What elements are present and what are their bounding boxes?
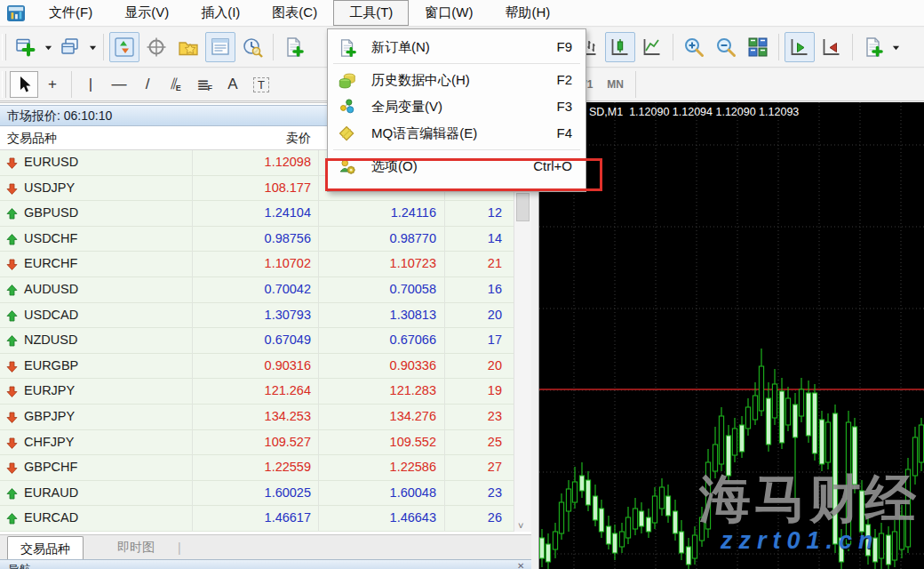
tile-windows-icon[interactable] bbox=[743, 32, 773, 62]
quote-row-usdcad[interactable]: USDCAD1.307931.3081320 bbox=[0, 303, 514, 329]
bid-price: 1.46617 bbox=[192, 510, 311, 525]
chart-ohlc-header: SD,M1 1.12090 1.12094 1.12090 1.12093 bbox=[589, 106, 799, 118]
menubar-item[interactable]: 窗口(W) bbox=[409, 0, 489, 26]
new-order-icon[interactable] bbox=[279, 32, 309, 62]
scroll-down-icon[interactable]: ˅ bbox=[518, 520, 523, 531]
arrow-up-icon bbox=[6, 310, 18, 325]
text-tool[interactable]: A bbox=[219, 71, 247, 98]
caret-down-icon[interactable] bbox=[42, 32, 54, 62]
arrow-down-icon bbox=[6, 361, 18, 375]
column-header-bid[interactable]: 卖价 bbox=[192, 131, 311, 147]
bid-price: 121.264 bbox=[192, 383, 311, 397]
new-chart-icon[interactable] bbox=[11, 32, 41, 62]
symbol-name: USDCHF bbox=[24, 231, 77, 245]
navigator-icon[interactable] bbox=[205, 32, 235, 62]
spread-value: 20 bbox=[444, 308, 502, 322]
ask-price: 1.30813 bbox=[318, 308, 436, 322]
spread-value: 17 bbox=[444, 333, 502, 347]
menubar-item[interactable]: 帮助(H) bbox=[489, 0, 566, 26]
symbol-name: GBPJPY bbox=[24, 409, 75, 423]
ask-price: 1.46643 bbox=[318, 510, 436, 525]
zoom-out-icon[interactable] bbox=[711, 32, 741, 62]
spread-value: 25 bbox=[444, 435, 502, 449]
profiles-icon[interactable] bbox=[55, 32, 85, 62]
quote-row-eurcad[interactable]: EURCAD1.466171.4664326 bbox=[0, 506, 514, 532]
strategy-tester-icon[interactable] bbox=[237, 32, 267, 62]
menubar-item[interactable]: 插入(I) bbox=[185, 0, 256, 26]
quote-row-eurgbp[interactable]: EURGBP0.903160.9033620 bbox=[0, 354, 514, 380]
global-vars-icon bbox=[338, 98, 357, 117]
arrow-up-icon bbox=[6, 284, 18, 299]
cursor-tool[interactable] bbox=[10, 71, 38, 98]
crosshair-tool[interactable]: + bbox=[38, 71, 67, 98]
spread-value: 19 bbox=[444, 383, 502, 397]
menubar-item[interactable]: 文件(F) bbox=[33, 0, 108, 26]
spread-value: 16 bbox=[444, 282, 502, 296]
line-chart-icon[interactable] bbox=[637, 32, 667, 62]
menu-item-shortcut: F3 bbox=[556, 99, 572, 114]
scrollbar-thumb[interactable] bbox=[516, 193, 530, 221]
menu-item-global-vars[interactable]: 全局变量(V)F3 bbox=[329, 94, 585, 121]
ask-price: 1.24116 bbox=[318, 205, 436, 220]
quote-row-usdchf[interactable]: USDCHF0.987560.9877014 bbox=[0, 227, 514, 252]
bid-price: 1.22559 bbox=[192, 460, 311, 474]
favorites-icon[interactable] bbox=[173, 32, 203, 62]
ask-price: 0.90336 bbox=[318, 358, 436, 373]
chart-shift-icon[interactable] bbox=[816, 32, 847, 62]
tab-tick-chart[interactable]: 即时图 bbox=[105, 535, 167, 559]
quote-row-gbpjpy[interactable]: GBPJPY134.253134.27623 bbox=[0, 405, 514, 430]
fibonacci-tool[interactable]: ≣F bbox=[190, 71, 219, 98]
market-watch-icon[interactable] bbox=[109, 32, 139, 62]
scrollbar[interactable]: ˅ bbox=[514, 150, 531, 532]
bid-price: 0.70042 bbox=[192, 282, 311, 296]
menubar-item[interactable]: 工具(T) bbox=[333, 0, 409, 26]
tab-divider: | bbox=[178, 541, 181, 555]
menu-item-label: 全局变量(V) bbox=[371, 99, 442, 116]
text-label-tool[interactable]: T bbox=[247, 71, 275, 98]
column-divider bbox=[318, 150, 319, 532]
new-order-icon bbox=[338, 38, 357, 58]
vertical-line-tool[interactable]: | bbox=[76, 71, 105, 98]
menubar-item[interactable]: 图表(C) bbox=[256, 0, 333, 26]
column-divider bbox=[444, 150, 445, 532]
symbol-name: NZDUSD bbox=[24, 333, 77, 347]
tab-symbols[interactable]: 交易品种 bbox=[7, 536, 84, 560]
arrow-down-icon bbox=[6, 386, 18, 400]
caret-down-icon[interactable] bbox=[889, 32, 902, 62]
spread-value: 23 bbox=[444, 409, 502, 423]
auto-scroll-icon[interactable] bbox=[785, 32, 815, 62]
arrow-down-icon bbox=[6, 183, 18, 197]
quote-row-eurjpy[interactable]: EURJPY121.264121.28319 bbox=[0, 379, 514, 405]
indicators-icon[interactable] bbox=[858, 32, 888, 62]
horizontal-line-tool[interactable]: — bbox=[105, 71, 133, 98]
column-header-symbol[interactable]: 交易品种 bbox=[7, 131, 57, 147]
toolbar-grip bbox=[2, 34, 6, 60]
trend-line-tool[interactable]: / bbox=[133, 71, 162, 98]
market-watch-tabs: 交易品种 即时图 | bbox=[0, 534, 531, 559]
caret-down-icon[interactable] bbox=[86, 32, 99, 62]
quote-row-gbpusd[interactable]: GBPUSD1.241041.2411612 bbox=[0, 201, 514, 227]
bid-price: 109.527 bbox=[192, 435, 311, 449]
timeframe-mn[interactable]: MN bbox=[600, 76, 631, 93]
data-window-icon[interactable] bbox=[141, 32, 171, 62]
quote-row-nzdusd[interactable]: NZDUSD0.670490.6706617 bbox=[0, 328, 514, 354]
quote-row-chfjpy[interactable]: CHFJPY109.527109.55225 bbox=[0, 430, 514, 456]
navigator-titlebar: 导航 ✕ bbox=[0, 559, 531, 569]
ask-price: 1.60048 bbox=[318, 485, 436, 500]
candle-chart-icon[interactable] bbox=[605, 32, 635, 62]
menu-item-label: 历史数据中心(H) bbox=[371, 72, 470, 89]
navigator-close-icon[interactable]: ✕ bbox=[517, 561, 524, 569]
menu-item-new-order[interactable]: 新订单(N)F9 bbox=[329, 35, 585, 61]
menu-item-history-center[interactable]: 历史数据中心(H)F2 bbox=[329, 68, 585, 94]
zoom-in-icon[interactable] bbox=[679, 32, 709, 62]
toolbar-separator bbox=[852, 34, 853, 60]
menubar-item[interactable]: 显示(V) bbox=[108, 0, 185, 26]
quote-row-audusd[interactable]: AUDUSD0.700420.7005816 bbox=[0, 277, 514, 303]
quote-row-eurchf[interactable]: EURCHF1.107021.1072321 bbox=[0, 252, 514, 277]
menu-item-metaeditor[interactable]: MQ语言编辑器(E)F4 bbox=[329, 121, 585, 148]
equidistant-channel-tool[interactable]: ⫽E bbox=[162, 71, 190, 98]
toolbar-separator bbox=[103, 34, 104, 60]
quote-row-euraud[interactable]: EURAUD1.600251.6004823 bbox=[0, 481, 514, 507]
quote-row-gbpchf[interactable]: GBPCHF1.225591.2258627 bbox=[0, 455, 514, 481]
symbol-name: USDCAD bbox=[24, 308, 78, 322]
